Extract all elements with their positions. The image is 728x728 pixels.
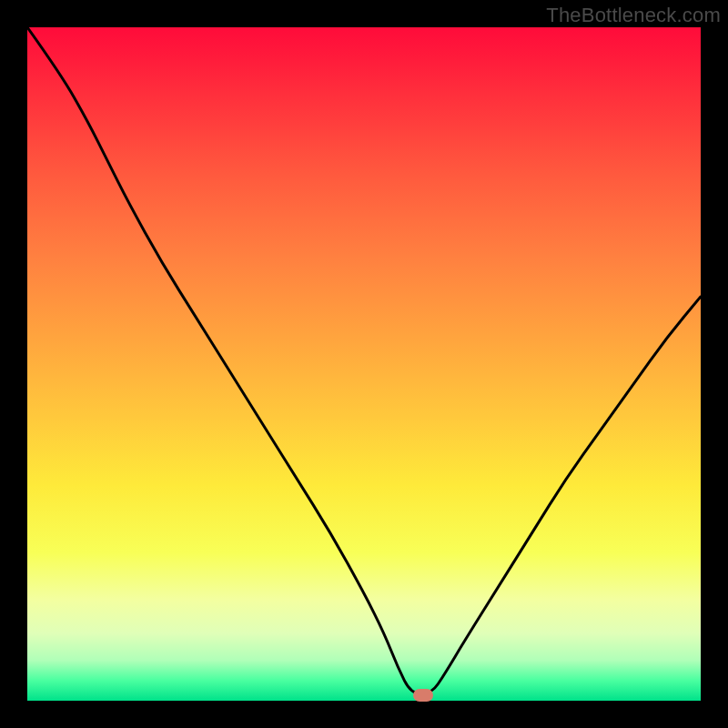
bottleneck-curve <box>27 27 701 701</box>
chart-frame: TheBottleneck.com <box>0 0 728 728</box>
plot-area <box>27 27 701 701</box>
optimal-point-marker <box>413 689 433 702</box>
watermark-text: TheBottleneck.com <box>546 4 721 27</box>
